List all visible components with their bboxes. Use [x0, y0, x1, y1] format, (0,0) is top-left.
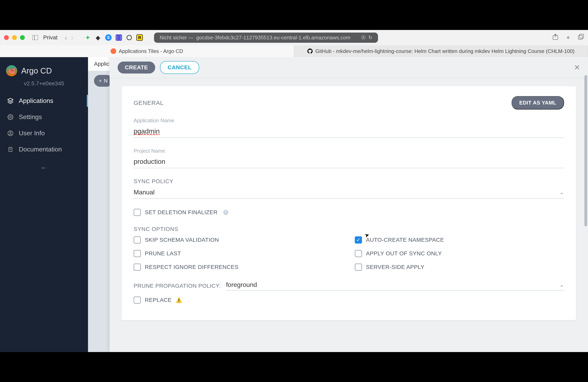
deletion-finalizer-label: SET DELETION FINALIZER: [145, 209, 218, 216]
prune-last-label: PRUNE LAST: [145, 250, 181, 257]
book-icon: [7, 146, 14, 153]
tab-label: GitHub - mkdev-me/helm-lightning-course:…: [315, 48, 574, 54]
chevron-down-icon: ⌄: [559, 189, 564, 196]
respect-ignore-checkbox[interactable]: [134, 264, 141, 271]
replace-checkbox[interactable]: [134, 296, 141, 304]
close-icon[interactable]: ✕: [574, 63, 580, 72]
section-general-title: GENERAL: [134, 99, 164, 106]
warning-icon: ⚠️: [176, 297, 182, 303]
sync-policy-title: SYNC POLICY: [134, 178, 564, 185]
collapse-sidebar-button[interactable]: ←: [0, 157, 88, 178]
panel-header: CREATE CANCEL ✕: [110, 57, 588, 78]
new-tab-icon[interactable]: +: [566, 34, 570, 41]
prune-propagation-value: foreground: [226, 281, 559, 288]
prune-propagation-label: PRUNE PROPAGATION POLICY:: [134, 283, 221, 289]
sync-policy-value: Manual: [134, 189, 559, 196]
sidebar-header: 🐙 Argo CD: [0, 61, 88, 78]
skip-schema-label: SKIP SCHEMA VALIDATION: [145, 237, 219, 243]
prune-last-checkbox[interactable]: [134, 250, 141, 257]
layers-icon: [7, 97, 14, 104]
scrollbar[interactable]: [584, 75, 587, 350]
share-icon[interactable]: [553, 34, 558, 41]
private-mode-label: Privat: [43, 34, 58, 41]
browser-toolbar: Privat ‹ › ✦ ◆ ① ⋮⋮ R Nicht sicher — goc…: [0, 30, 588, 45]
project-name-input[interactable]: [134, 156, 564, 168]
server-side-apply-label: SERVER-SIDE APPLY: [366, 264, 424, 270]
chevron-down-icon: ⌄: [559, 282, 564, 288]
close-window-button[interactable]: [4, 35, 9, 40]
replace-label: REPLACE: [145, 297, 172, 303]
app-name-input[interactable]: [134, 126, 564, 138]
evernote-extension-icon[interactable]: ✦: [84, 34, 91, 41]
deletion-finalizer-checkbox[interactable]: [134, 209, 141, 216]
help-icon[interactable]: ?: [223, 210, 228, 215]
sidebar-toggle-icon[interactable]: [32, 35, 38, 40]
prune-propagation-select[interactable]: foreground ⌄: [226, 281, 564, 290]
sync-options-title: SYNC OPTIONS: [134, 226, 564, 232]
maximize-window-button[interactable]: [20, 35, 25, 40]
svg-point-7: [10, 116, 11, 118]
project-name-label: Project Name: [134, 148, 564, 154]
auto-create-namespace-label: AUTO-CREATE NAMESPACE: [366, 237, 444, 243]
address-bar[interactable]: Nicht sicher — gocdse-3febdc3c27-1127935…: [154, 33, 378, 43]
sidebar-item-label: Applications: [19, 97, 53, 104]
minimize-window-button[interactable]: [12, 35, 17, 40]
privacy-shield-icon[interactable]: ◆: [95, 34, 101, 41]
main-content: Applica + N CREATE CANCEL ✕ GENERAL: [88, 57, 588, 352]
svg-rect-5: [580, 34, 584, 38]
argo-favicon-icon: [111, 48, 116, 54]
sidebar-item-userinfo[interactable]: User Info: [0, 125, 88, 141]
edit-as-yaml-button[interactable]: EDIT AS YAML: [512, 96, 564, 110]
argo-logo-icon: 🐙: [6, 65, 17, 76]
window-controls: [4, 35, 25, 40]
forward-button[interactable]: ›: [71, 34, 73, 41]
respect-ignore-label: RESPECT IGNORE DIFFERENCES: [145, 264, 238, 270]
gear-icon: [7, 114, 14, 121]
svg-rect-0: [32, 35, 38, 40]
browser-tab-argo[interactable]: Applications Tiles - Argo CD: [0, 45, 294, 57]
create-application-panel: CREATE CANCEL ✕ GENERAL EDIT AS YAML App…: [110, 57, 588, 352]
sync-policy-select[interactable]: Manual ⌄: [134, 189, 564, 199]
tab-label: Applications Tiles - Argo CD: [119, 48, 183, 54]
1password-extension-icon[interactable]: ①: [105, 34, 112, 41]
sidebar-item-label: User Info: [19, 130, 45, 137]
back-button[interactable]: ‹: [65, 34, 67, 41]
apply-out-of-sync-checkbox[interactable]: [355, 250, 362, 257]
app-title: Argo CD: [21, 66, 52, 75]
cancel-button[interactable]: CANCEL: [160, 61, 199, 74]
sidebar-item-applications[interactable]: Applications: [0, 93, 88, 109]
github-favicon-icon: [307, 48, 313, 54]
browser-tab-github[interactable]: GitHub - mkdev-me/helm-lightning-course:…: [294, 45, 588, 57]
tabs-overview-icon[interactable]: [578, 34, 584, 41]
address-host: gocdse-3febdc3c27-1127935513.eu-central-…: [196, 35, 350, 41]
skip-schema-checkbox[interactable]: [134, 236, 141, 244]
create-button[interactable]: CREATE: [118, 61, 155, 74]
sidebar-item-label: Settings: [19, 113, 42, 121]
extension-icon[interactable]: ⋮⋮: [116, 34, 122, 41]
extension-r-icon[interactable]: R: [136, 34, 143, 41]
plus-icon: +: [99, 78, 102, 84]
app-name-label: Application Name: [134, 117, 564, 124]
translate-icon[interactable]: Ⓐ: [361, 35, 366, 40]
sidebar-item-documentation[interactable]: Documentation: [0, 141, 88, 157]
not-secure-label: Nicht sicher —: [160, 35, 193, 41]
svg-rect-4: [578, 35, 582, 39]
app-version: v2.5.7+e0ee345: [0, 78, 88, 93]
sidebar-item-label: Documentation: [19, 146, 62, 153]
sidebar-item-settings[interactable]: Settings: [0, 109, 88, 125]
browser-tab-bar: Applications Tiles - Argo CD GitHub - mk…: [0, 45, 588, 57]
server-side-apply-checkbox[interactable]: [355, 264, 362, 271]
svg-point-9: [10, 132, 11, 133]
reload-icon[interactable]: ↻: [368, 35, 372, 40]
sidebar: 🐙 Argo CD v2.5.7+e0ee345 Applications Se…: [0, 57, 88, 352]
auto-create-namespace-checkbox[interactable]: ✓: [355, 236, 362, 244]
user-icon: [7, 130, 14, 137]
svg-marker-6: [8, 98, 13, 101]
extension-circle-icon[interactable]: [126, 34, 132, 41]
apply-out-of-sync-label: APPLY OUT OF SYNC ONLY: [366, 250, 442, 257]
